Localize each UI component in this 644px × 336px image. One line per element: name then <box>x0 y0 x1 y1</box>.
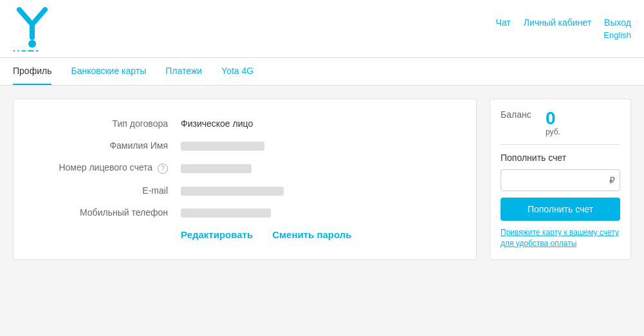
topup-input-wrapper: ₽ <box>501 169 620 191</box>
blurred-phone <box>181 209 271 218</box>
header-nav-top: Чат Личный кабинет Выход <box>496 17 631 28</box>
svg-line-1 <box>32 10 45 24</box>
balance-number: 0 <box>546 109 556 127</box>
topup-section: Пополнить счет ₽ Пополнить счет Привяжит… <box>501 153 620 249</box>
profile-row-contract-type: Тип договора Физическое лицо <box>39 118 450 129</box>
label-account: Номер лицевого счета ? <box>39 162 181 173</box>
balance-amount: 0 руб. <box>546 109 560 136</box>
logo-area: YOTA <box>13 6 51 51</box>
tab-payments[interactable]: Платежи <box>165 58 202 85</box>
ruble-symbol: ₽ <box>609 175 615 185</box>
value-email <box>181 185 284 196</box>
topup-title: Пополнить счет <box>501 153 620 163</box>
value-fullname <box>181 140 264 151</box>
topup-amount-input[interactable] <box>501 169 620 191</box>
value-account <box>181 163 252 173</box>
logout-link[interactable]: Выход <box>604 17 631 28</box>
tab-profile[interactable]: Профиль <box>13 58 51 85</box>
label-contract-type: Тип договора <box>39 118 181 129</box>
value-contract-type: Физическое лицо <box>181 118 253 129</box>
topup-button[interactable]: Пополнить счет <box>501 198 620 221</box>
tab-yota4g[interactable]: Yota 4G <box>221 58 253 85</box>
value-phone <box>181 207 271 218</box>
cabinet-link[interactable]: Личный кабинет <box>524 17 591 28</box>
attach-card-link[interactable]: Привяжите карту к вашему счету для удобс… <box>501 227 620 249</box>
profile-row-email: E-mail <box>39 185 450 196</box>
label-fullname: Фамилия Имя <box>39 140 181 151</box>
svg-text:YOTA: YOTA <box>13 49 41 51</box>
label-phone: Мобильный телефон <box>39 207 181 218</box>
language-switcher[interactable]: English <box>603 30 631 40</box>
edit-link[interactable]: Редактировать <box>181 229 253 240</box>
tab-bar: Профиль Банковские карты Платежи Yota 4G <box>0 58 644 86</box>
profile-row-account: Номер лицевого счета ? <box>39 162 450 173</box>
blurred-account <box>181 164 252 173</box>
balance-box: Баланс 0 руб. Пополнить счет ₽ Пополнить… <box>490 98 631 260</box>
main-content: Тип договора Физическое лицо Фамилия Имя… <box>0 86 644 273</box>
profile-row-fullname: Фамилия Имя <box>39 140 450 151</box>
change-password-link[interactable]: Сменить пароль <box>272 229 351 240</box>
balance-row: Баланс 0 руб. <box>501 109 620 145</box>
profile-actions: Редактировать Сменить пароль <box>39 229 450 240</box>
chat-link[interactable]: Чат <box>496 17 511 28</box>
blurred-fullname <box>181 142 264 151</box>
header-nav: Чат Личный кабинет Выход English <box>496 17 631 40</box>
tab-bank-cards[interactable]: Банковские карты <box>71 58 146 85</box>
svg-line-0 <box>19 10 32 24</box>
help-icon-account[interactable]: ? <box>158 163 168 174</box>
yota-logo: YOTA <box>13 6 51 51</box>
header: YOTA Чат Личный кабинет Выход English <box>0 0 644 58</box>
svg-point-3 <box>28 40 36 48</box>
blurred-email <box>181 187 284 196</box>
sidebar: Баланс 0 руб. Пополнить счет ₽ Пополнить… <box>490 98 631 260</box>
balance-currency: руб. <box>546 127 560 136</box>
profile-card: Тип договора Физическое лицо Фамилия Имя… <box>13 98 477 260</box>
balance-label: Баланс <box>501 109 539 120</box>
profile-row-phone: Мобильный телефон <box>39 207 450 218</box>
label-email: E-mail <box>39 185 181 196</box>
